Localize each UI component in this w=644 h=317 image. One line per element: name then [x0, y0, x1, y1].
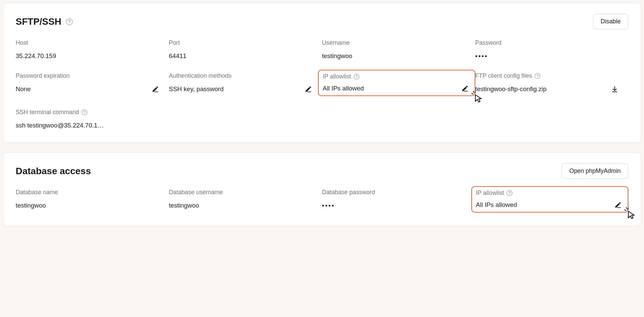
db-username-label: Database username	[169, 189, 322, 196]
sftp-ip-allowlist-highlight: IP allowlist ? All IPs allowed	[318, 70, 475, 96]
db-username-value: testingwoo	[169, 202, 322, 209]
disable-button[interactable]: Disable	[593, 14, 628, 29]
auth-methods-label: Authentication methods	[169, 72, 322, 79]
svg-line-10	[624, 210, 626, 211]
edit-icon[interactable]	[614, 201, 622, 209]
svg-line-11	[628, 208, 628, 210]
svg-line-5	[471, 93, 473, 94]
sftp-ssh-title: SFTP/SSH ?	[16, 16, 73, 27]
ftp-config-value: testingwoo-sftp-config.zip	[475, 85, 547, 93]
host-value: 35.224.70.159	[16, 52, 169, 60]
db-ip-allowlist-label: IP allowlist	[476, 190, 504, 197]
svg-line-4	[473, 91, 474, 93]
port-label: Port	[169, 39, 322, 46]
database-access-card: Database access Open phpMyAdmin Database…	[3, 152, 641, 226]
ip-allowlist-label: IP allowlist	[323, 73, 351, 80]
help-icon[interactable]: ?	[507, 190, 512, 196]
database-access-title: Database access	[16, 166, 91, 177]
password-label: Password	[475, 39, 629, 46]
db-password-label: Database password	[322, 189, 475, 196]
help-icon[interactable]: ?	[82, 109, 87, 115]
username-value: testingwoo	[322, 52, 475, 60]
auth-methods-value: SSH key, password	[169, 85, 224, 93]
help-icon[interactable]: ?	[354, 74, 359, 79]
db-name-label: Database name	[16, 189, 169, 196]
username-label: Username	[322, 39, 475, 46]
db-ip-allowlist-highlight: IP allowlist ? All IPs allowed	[471, 186, 629, 213]
edit-icon[interactable]	[152, 85, 159, 93]
ssh-terminal-label: SSH terminal command	[16, 109, 79, 116]
ftp-config-label: FTP client config files	[475, 72, 532, 79]
password-expiration-label: Password expiration	[16, 72, 169, 79]
cursor-click-icon	[624, 207, 637, 220]
host-label: Host	[16, 39, 169, 46]
download-icon[interactable]	[611, 85, 618, 93]
port-value: 64411	[169, 52, 322, 60]
db-name-value: testingwoo	[16, 202, 169, 209]
sftp-ssh-card: SFTP/SSH ? Disable Host 35.224.70.159 Po…	[3, 3, 641, 143]
edit-icon[interactable]	[461, 85, 469, 92]
help-icon[interactable]: ?	[535, 73, 540, 79]
db-ip-allowlist-value: All IPs allowed	[476, 201, 517, 209]
edit-icon[interactable]	[305, 85, 312, 93]
password-expiration-value: None	[16, 85, 31, 93]
svg-line-6	[475, 91, 475, 93]
db-password-value: ••••	[322, 202, 475, 209]
ssh-terminal-value: ssh testingwoo@35.224.70.1…	[16, 122, 109, 129]
ip-allowlist-value: All IPs allowed	[323, 85, 364, 92]
help-icon[interactable]: ?	[66, 18, 73, 25]
svg-line-9	[626, 207, 627, 209]
open-phpmyadmin-button[interactable]: Open phpMyAdmin	[562, 163, 628, 179]
password-value: ••••	[475, 52, 629, 60]
